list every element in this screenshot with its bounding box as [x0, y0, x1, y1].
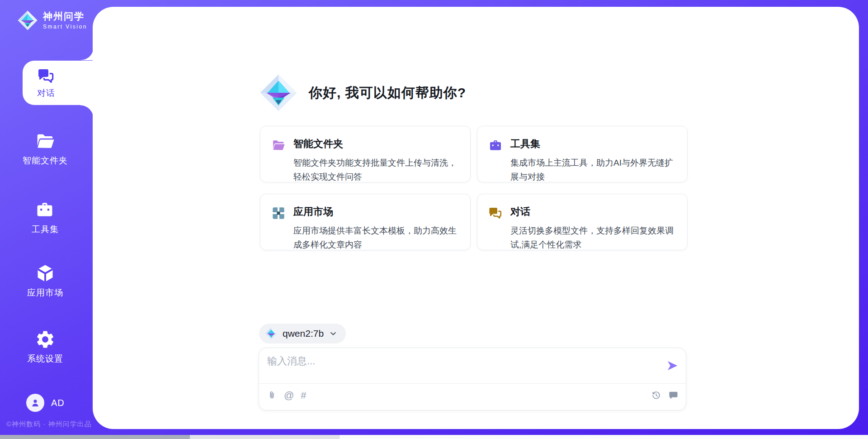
- toolbox-icon: [488, 138, 503, 153]
- card-title: 应用市场: [293, 205, 459, 219]
- sidebar-item-smart-folder[interactable]: 智能文件夹: [0, 131, 90, 167]
- card-description: 智能文件夹功能支持批量文件上传与清洗，轻松实现文件问答: [293, 156, 459, 184]
- feedback-icon[interactable]: [668, 390, 679, 401]
- card-description: 灵活切换多模型文件，支持多样回复效果调试,满足个性化需求: [510, 224, 676, 252]
- tab-curve-top: [81, 48, 94, 60]
- card-smart-folder[interactable]: 智能文件夹 智能文件夹功能支持批量文件上传与清洗，轻松实现文件问答: [260, 126, 471, 182]
- card-toolset[interactable]: 工具集 集成市场上主流工具，助力AI与外界无缝扩展与对接: [477, 126, 688, 182]
- sidebar-footer-credit: ©神州数码 · 神州问学出品: [6, 420, 91, 429]
- cube-icon: [35, 263, 56, 284]
- sidebar-item-label: 对话: [37, 87, 55, 99]
- sidebar-item-settings[interactable]: 系统设置: [0, 329, 90, 365]
- chevron-down-icon: [329, 329, 338, 338]
- message-composer: @ #: [259, 348, 686, 410]
- model-selector[interactable]: qwen2:7b: [259, 324, 346, 344]
- brand-logo: 神州问学 Smart Vision: [17, 10, 87, 31]
- sidebar-item-app-market[interactable]: 应用市场: [0, 263, 90, 299]
- sidebar-item-label: 系统设置: [27, 353, 63, 365]
- composer-tools-left: @ #: [267, 390, 307, 401]
- card-title: 智能文件夹: [293, 137, 459, 151]
- folder-icon: [35, 131, 56, 152]
- model-name: qwen2:7b: [283, 328, 324, 339]
- card-app-market[interactable]: 应用市场 应用市场提供丰富长文本模板，助力高效生成多样化文章内容: [260, 194, 471, 250]
- attachment-icon[interactable]: [267, 390, 277, 401]
- sidebar-item-label: 智能文件夹: [23, 155, 68, 167]
- grid-icon: [271, 206, 286, 220]
- card-chat[interactable]: 对话 灵活切换多模型文件，支持多样回复效果调试,满足个性化需求: [477, 194, 688, 250]
- tab-curve-bottom: [80, 105, 94, 119]
- folder-icon: [271, 138, 286, 153]
- feature-cards: 智能文件夹 智能文件夹功能支持批量文件上传与清洗，轻松实现文件问答 工具集 集成…: [260, 126, 688, 250]
- card-title: 对话: [510, 205, 676, 219]
- card-title: 工具集: [510, 137, 676, 151]
- greeting-block: 你好, 我可以如何帮助你?: [259, 73, 466, 112]
- history-icon[interactable]: [651, 390, 661, 401]
- user-initials: AD: [51, 398, 65, 408]
- composer-divider: [259, 383, 686, 384]
- horizontal-scrollbar[interactable]: [0, 435, 868, 439]
- toolbox-icon: [35, 200, 56, 220]
- card-description: 应用市场提供丰富长文本模板，助力高效生成多样化文章内容: [293, 224, 459, 252]
- message-input[interactable]: [267, 354, 656, 381]
- hashtag-icon[interactable]: #: [301, 390, 306, 401]
- user-menu[interactable]: AD: [26, 394, 65, 412]
- main-panel: 你好, 我可以如何帮助你? 智能文件夹 智能文件夹功能支持批量文件上传与清洗，轻…: [93, 7, 859, 429]
- assistant-diamond-icon: [259, 73, 298, 112]
- composer-tools-right: [651, 390, 679, 401]
- avatar: [26, 394, 44, 412]
- sidebar-item-chat[interactable]: 对话: [23, 61, 95, 105]
- brand-name: 神州问学: [43, 11, 87, 22]
- send-icon[interactable]: [665, 359, 679, 372]
- brand-tagline: Smart Vision: [43, 24, 87, 30]
- gear-icon: [35, 329, 56, 350]
- model-diamond-icon: [265, 327, 278, 340]
- scrollbar-track-end: [339, 435, 868, 439]
- mention-icon[interactable]: @: [284, 390, 294, 401]
- sidebar-item-label: 工具集: [32, 224, 59, 235]
- greeting-title: 你好, 我可以如何帮助你?: [309, 84, 466, 102]
- sidebar-item-toolset[interactable]: 工具集: [0, 200, 90, 235]
- chat-icon: [488, 206, 503, 220]
- sidebar-item-label: 应用市场: [27, 287, 63, 299]
- scrollbar-thumb[interactable]: [0, 435, 190, 439]
- card-description: 集成市场上主流工具，助力AI与外界无缝扩展与对接: [510, 156, 676, 184]
- chat-icon: [37, 67, 55, 85]
- brand-diamond-icon: [17, 10, 38, 31]
